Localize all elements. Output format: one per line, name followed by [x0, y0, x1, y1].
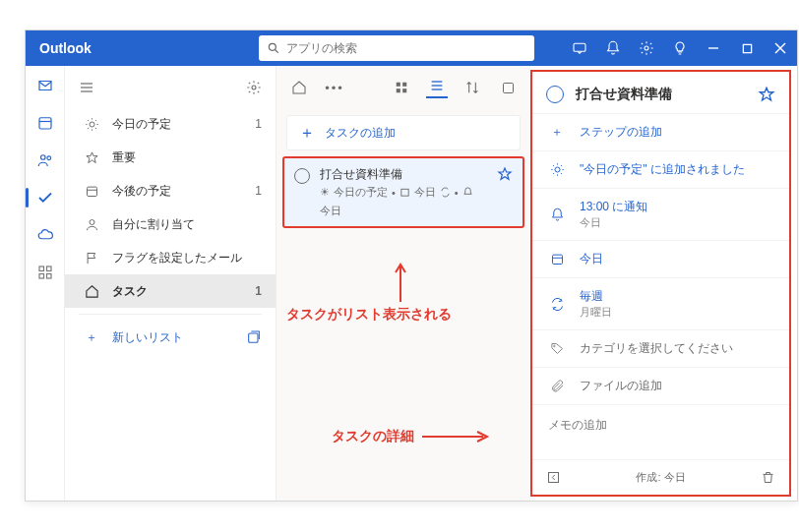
task-complete-circle[interactable] — [294, 168, 310, 184]
app-title: Outlook — [26, 40, 92, 56]
svg-point-39 — [553, 345, 555, 347]
detail-header: 打合せ資料準備 — [532, 72, 789, 113]
nav-count: 1 — [255, 117, 262, 131]
suggest-icon[interactable] — [497, 77, 519, 98]
rail-people-icon[interactable] — [33, 148, 57, 172]
bell-icon — [462, 187, 473, 198]
nav-item-important[interactable]: 重要 — [65, 141, 276, 174]
grid-view-icon[interactable] — [391, 77, 412, 98]
rail-apps-icon[interactable] — [33, 261, 57, 284]
svg-rect-13 — [46, 266, 51, 271]
star-icon — [83, 150, 100, 165]
note-input[interactable] — [548, 417, 773, 444]
repeat-icon — [548, 297, 566, 312]
sun-icon: ☀ — [320, 186, 330, 199]
nav-item-assigned[interactable]: 自分に割り当て — [65, 207, 276, 241]
svg-rect-27 — [397, 89, 400, 92]
annotation-arrow-up — [393, 263, 408, 302]
paperclip-icon — [548, 379, 566, 393]
svg-rect-2 — [574, 43, 585, 51]
detail-title[interactable]: 打合せ資料準備 — [576, 86, 758, 103]
plus-icon: ＋ — [299, 123, 315, 144]
flag-icon — [83, 251, 100, 266]
due-date-row[interactable]: 今日 — [532, 240, 789, 277]
list-view-icon[interactable] — [426, 77, 448, 98]
svg-rect-5 — [743, 44, 751, 52]
hamburger-icon[interactable] — [79, 80, 94, 95]
maximize-button[interactable] — [730, 30, 764, 66]
repeat-icon — [440, 187, 451, 198]
detail-star-icon[interactable] — [758, 86, 775, 103]
rail-calendar-icon[interactable] — [33, 111, 57, 135]
search-input[interactable] — [286, 41, 526, 55]
svg-rect-33 — [401, 189, 408, 196]
task-star-icon[interactable] — [497, 166, 513, 182]
lightbulb-icon[interactable] — [663, 30, 697, 66]
nav-item-planned[interactable]: 今後の予定 1 — [65, 174, 276, 207]
detail-complete-circle[interactable] — [546, 86, 564, 103]
annotation-list-text: タスクがリスト表示される — [286, 306, 452, 324]
svg-rect-40 — [549, 473, 559, 483]
svg-point-11 — [46, 156, 50, 160]
nav-separator — [79, 314, 262, 315]
task-item[interactable]: 打合せ資料準備 ☀ 今日の予定 • 今日 • 今日 — [282, 156, 524, 228]
gear-icon[interactable] — [630, 30, 663, 66]
new-group-icon[interactable] — [246, 329, 262, 345]
nav-gear-icon[interactable] — [246, 80, 262, 95]
rail-todo-icon[interactable] — [33, 186, 57, 209]
created-text: 作成: 今日 — [561, 470, 761, 485]
add-step-button[interactable]: ＋ ステップの追加 — [532, 113, 789, 150]
bell-icon[interactable] — [596, 30, 630, 66]
app-window: Outlook — [25, 30, 798, 502]
search-box[interactable] — [259, 35, 534, 61]
add-task-button[interactable]: ＋ タスクの追加 — [286, 115, 521, 150]
new-list-button[interactable]: ＋ 新しいリスト — [65, 321, 276, 354]
nav-count: 1 — [255, 284, 262, 298]
svg-rect-24 — [249, 333, 258, 342]
add-file-row[interactable]: ファイルの追加 — [532, 367, 789, 404]
nav-item-my-day[interactable]: 今日の予定 1 — [65, 107, 276, 141]
category-row[interactable]: カテゴリを選択してください — [532, 329, 789, 367]
added-to-myday[interactable]: "今日の予定" に追加されました — [532, 150, 789, 188]
list-more-icon[interactable]: ••• — [324, 77, 345, 98]
calendar-icon — [83, 184, 100, 199]
nav-item-flagged[interactable]: フラグを設定したメール — [65, 241, 276, 274]
minimize-button[interactable] — [697, 30, 730, 66]
svg-point-3 — [645, 46, 648, 50]
svg-rect-25 — [397, 83, 400, 87]
svg-point-0 — [269, 43, 276, 50]
left-rail — [26, 66, 65, 501]
svg-rect-28 — [402, 89, 406, 92]
close-button[interactable] — [764, 30, 797, 66]
user-icon — [83, 217, 100, 232]
rail-mail-icon[interactable] — [33, 74, 57, 97]
home-icon — [83, 284, 100, 299]
task-meta: ☀ 今日の予定 • 今日 • 今日 — [320, 185, 487, 218]
bell-icon — [548, 207, 566, 222]
nav-item-tasks[interactable]: タスク 1 — [65, 274, 276, 308]
svg-rect-12 — [39, 266, 44, 271]
detail-footer: 作成: 今日 — [532, 459, 789, 495]
rail-cloud-icon[interactable] — [33, 223, 57, 247]
calendar-icon — [400, 187, 410, 198]
list-home-icon[interactable] — [288, 77, 310, 98]
delete-icon[interactable] — [761, 470, 775, 485]
sun-icon — [83, 117, 100, 132]
task-title: 打合せ資料準備 — [320, 166, 487, 183]
sort-icon[interactable] — [461, 77, 483, 98]
nav-label: フラグを設定したメール — [112, 250, 242, 266]
repeat-row[interactable]: 毎週月曜日 — [532, 277, 789, 329]
remind-me-row[interactable]: 13:00 に通知今日 — [532, 188, 789, 240]
svg-rect-21 — [87, 187, 96, 196]
hide-detail-icon[interactable] — [546, 470, 561, 485]
chat-icon[interactable] — [563, 30, 596, 66]
svg-point-20 — [90, 122, 94, 127]
task-list-pane: ••• ＋ タスクの追加 打合せ資料準備 ☀ 今日の予定 • — [277, 66, 530, 501]
nav-label: 今日の予定 — [112, 116, 171, 133]
svg-rect-8 — [39, 118, 51, 129]
note-area[interactable] — [532, 404, 789, 459]
svg-point-19 — [252, 86, 256, 89]
svg-point-36 — [555, 167, 560, 172]
task-detail-pane: 打合せ資料準備 ＋ ステップの追加 "今日の予定" に追加されました 13:00… — [530, 70, 791, 497]
tag-icon — [548, 341, 566, 356]
